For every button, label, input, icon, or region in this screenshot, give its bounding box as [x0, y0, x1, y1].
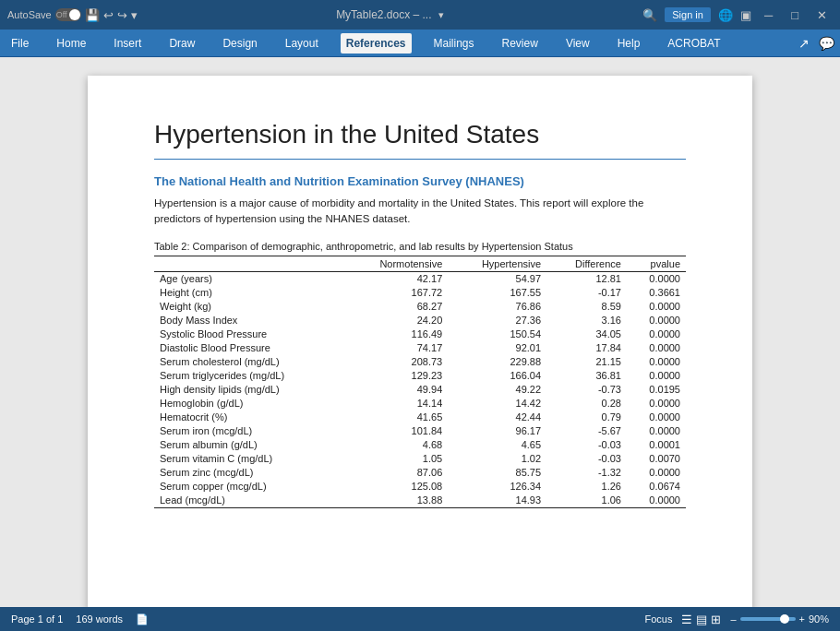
zoom-controls: – + 90% — [730, 613, 829, 625]
save-icon[interactable]: 💾 — [85, 8, 100, 22]
table-cell-value: 8.59 — [546, 300, 627, 314]
table-cell-value: 85.75 — [448, 466, 546, 480]
globe-icon[interactable]: 🌐 — [718, 8, 733, 22]
zoom-in-button[interactable]: + — [799, 613, 805, 625]
table-row: Weight (kg)68.2776.868.590.0000 — [154, 300, 686, 314]
comments-icon[interactable]: 💬 — [819, 36, 834, 51]
col-header-pvalue: pvalue — [627, 256, 686, 271]
table-row: Serum iron (mcg/dL)101.8496.17-5.670.000… — [154, 424, 686, 438]
table-cell-variable: Serum triglycerides (mg/dL) — [154, 369, 344, 383]
title-bar-right: 🔍 Sign in 🌐 ▣ ─ □ ✕ — [642, 7, 833, 22]
table-cell-variable: Serum iron (mcg/dL) — [154, 424, 344, 438]
table-cell-value: 41.65 — [344, 411, 448, 424]
view-icons: ☰ ▤ ⊞ — [681, 613, 721, 626]
autosave-toggle[interactable]: Off — [55, 8, 81, 21]
table-cell-value: 14.14 — [344, 397, 448, 411]
table-row: Lead (mcg/dL)13.8814.931.060.0000 — [154, 494, 686, 508]
table-cell-value: 1.05 — [344, 452, 448, 466]
table-cell-value: 14.42 — [448, 397, 546, 411]
table-cell-value: 12.81 — [546, 271, 627, 286]
undo-icon[interactable]: ↩ — [103, 8, 114, 22]
proofing-icon[interactable]: 📄 — [136, 613, 149, 625]
restore-icon[interactable]: ▣ — [740, 8, 751, 22]
table-cell-variable: Hematocrit (%) — [154, 411, 344, 424]
filename-chevron[interactable]: ▾ — [438, 9, 444, 20]
table-row: Serum vitamin C (mg/dL)1.051.02-0.030.00… — [154, 452, 686, 466]
table-cell-value: 129.23 — [344, 369, 448, 383]
table-cell-variable: Height (cm) — [154, 286, 344, 300]
tab-draw[interactable]: Draw — [163, 33, 200, 54]
tab-view[interactable]: View — [560, 33, 595, 54]
tab-references[interactable]: References — [341, 33, 412, 54]
table-cell-value: 150.54 — [448, 327, 546, 341]
table-cell-value: 0.0070 — [627, 452, 686, 466]
table-cell-value: 126.34 — [448, 480, 546, 494]
tab-design[interactable]: Design — [217, 33, 262, 54]
table-cell-variable: Weight (kg) — [154, 300, 344, 314]
redo-icon[interactable]: ↪ — [117, 8, 127, 22]
tab-mailings[interactable]: Mailings — [428, 33, 480, 54]
table-cell-value: 34.05 — [546, 327, 627, 341]
tab-review[interactable]: Review — [497, 33, 544, 54]
document-page: Hypertension in the United States The Na… — [88, 76, 752, 607]
tab-file[interactable]: File — [6, 33, 34, 54]
data-table: Normotensive Hypertensive Difference pva… — [154, 256, 686, 508]
table-cell-variable: Serum copper (mcg/dL) — [154, 480, 344, 494]
table-cell-value: 21.15 — [546, 355, 627, 369]
close-button[interactable]: ✕ — [811, 8, 833, 22]
table-cell-value: 42.17 — [344, 271, 448, 286]
table-cell-value: 0.0000 — [627, 355, 686, 369]
table-cell-value: -0.17 — [546, 286, 627, 300]
tab-help[interactable]: Help — [612, 33, 646, 54]
minimize-button[interactable]: ─ — [759, 8, 778, 22]
table-cell-variable: High density lipids (mg/dL) — [154, 383, 344, 397]
table-cell-value: 0.79 — [546, 411, 627, 424]
search-icon[interactable]: 🔍 — [642, 8, 657, 22]
word-count: 169 words — [76, 613, 123, 625]
table-cell-value: 17.84 — [546, 341, 627, 355]
customize-icon[interactable]: ▾ — [131, 8, 138, 22]
filename-text: MyTable2.docx – ... — [336, 8, 431, 21]
table-cell-variable: Serum zinc (mcg/dL) — [154, 466, 344, 480]
body-text: Hypertension is a major cause of morbidi… — [154, 196, 686, 228]
zoom-slider[interactable] — [740, 617, 796, 621]
table-cell-value: 0.0000 — [627, 369, 686, 383]
table-cell-value: 76.86 — [448, 300, 546, 314]
share-icon[interactable]: ↗ — [798, 36, 810, 51]
tab-insert[interactable]: Insert — [108, 33, 147, 54]
title-bar-filename: MyTable2.docx – ... ▾ — [143, 8, 638, 21]
view-page-icon[interactable]: ▤ — [696, 613, 707, 626]
focus-button[interactable]: Focus — [644, 613, 672, 625]
table-cell-value: 0.0000 — [627, 397, 686, 411]
table-row: Age (years)42.1754.9712.810.0000 — [154, 271, 686, 286]
table-cell-value: 0.0000 — [627, 494, 686, 508]
title-bar-left: AutoSave Off 💾 ↩ ↪ ▾ — [7, 8, 138, 22]
tab-acrobat[interactable]: ACROBAT — [662, 33, 726, 54]
table-cell-value: 4.65 — [448, 438, 546, 452]
maximize-button[interactable]: □ — [786, 8, 804, 22]
view-outline-icon[interactable]: ☰ — [681, 613, 692, 626]
table-cell-value: 1.06 — [546, 494, 627, 508]
document-area: Hypertension in the United States The Na… — [0, 57, 840, 607]
table-cell-value: 27.36 — [448, 314, 546, 327]
table-row: Hematocrit (%)41.6542.440.790.0000 — [154, 411, 686, 424]
zoom-out-button[interactable]: – — [730, 613, 736, 625]
table-cell-variable: Body Mass Index — [154, 314, 344, 327]
tab-layout[interactable]: Layout — [280, 33, 324, 54]
table-cell-value: 125.08 — [344, 480, 448, 494]
table-cell-value: -1.32 — [546, 466, 627, 480]
table-cell-value: 229.88 — [448, 355, 546, 369]
table-row: Hemoglobin (g/dL)14.1414.420.280.0000 — [154, 397, 686, 411]
col-header-difference: Difference — [546, 256, 627, 271]
view-web-icon[interactable]: ⊞ — [711, 613, 721, 626]
table-cell-value: 92.01 — [448, 341, 546, 355]
tab-home[interactable]: Home — [51, 33, 91, 54]
sign-in-button[interactable]: Sign in — [665, 7, 711, 22]
table-row: Serum cholesterol (mg/dL)208.73229.8821.… — [154, 355, 686, 369]
section-heading: The National Health and Nutrition Examin… — [154, 174, 686, 188]
table-cell-value: 42.44 — [448, 411, 546, 424]
title-divider — [154, 159, 686, 160]
table-cell-value: 0.0000 — [627, 341, 686, 355]
table-row: Diastolic Blood Pressure74.1792.0117.840… — [154, 341, 686, 355]
table-cell-value: -0.03 — [546, 452, 627, 466]
